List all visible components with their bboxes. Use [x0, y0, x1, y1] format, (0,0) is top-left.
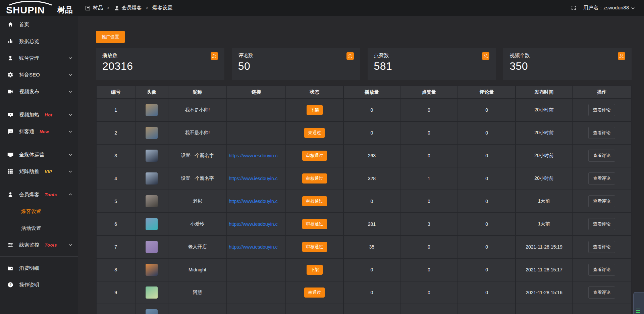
sidebar-item-操作说明[interactable]: ?操作说明 — [0, 276, 78, 293]
view-comments-button[interactable]: 查看评论 — [588, 172, 615, 185]
video-link[interactable]: https://www.iesdouyin.c — [227, 221, 285, 227]
column-header: 昵称 — [168, 86, 227, 99]
table-header-row: 编号头像昵称链接状态播放量点赞量评论量发布时间操作 — [96, 86, 631, 99]
cell-avatar — [135, 258, 168, 281]
cell-publish-time: 20小时前 — [516, 121, 572, 144]
stat-value: 350 — [509, 60, 625, 72]
view-comments-button[interactable]: 查看评论 — [588, 241, 615, 253]
sidebar-subitem-label: 爆客设置 — [21, 208, 41, 215]
cell-nickname: 老人开店 — [168, 235, 227, 258]
video-link[interactable]: https://www.iesdouyin.c — [227, 199, 285, 204]
breadcrumb-label: 树品 — [93, 5, 103, 11]
video-link[interactable]: https://www.iesdouyin.c — [227, 153, 285, 158]
view-comments-button[interactable]: 查看评论 — [588, 264, 615, 276]
promo-settings-button[interactable]: 推广设置 — [96, 31, 125, 43]
cell-avatar — [135, 304, 168, 314]
video-link[interactable]: https://www.iesdouyin.c — [227, 176, 285, 181]
cell-id: 3 — [96, 144, 135, 167]
table-row: 1我不是小帅!下架00020小时前查看评论 — [96, 99, 631, 121]
cell-action: 查看评论 — [572, 235, 631, 258]
sidebar-subitem-活动设置[interactable]: 活动设置 — [0, 220, 78, 237]
column-header: 编号 — [96, 86, 135, 99]
cell-status: 审核通过 — [286, 167, 343, 190]
sidebar-item-矩阵助推[interactable]: 矩阵助推VIP — [0, 163, 78, 180]
cell-publish-time: 2021-11-28 15:16 — [516, 281, 572, 304]
cell-likes: 0 — [400, 258, 458, 281]
sidebar-item-抖音SEO[interactable]: 抖音SEO — [0, 66, 78, 83]
sidebar-item-视频发布[interactable]: 视频发布 — [0, 83, 78, 100]
sidebar-item-数据总览[interactable]: 数据总览 — [0, 33, 78, 50]
sidebar-item-抖客通[interactable]: 抖客通New — [0, 123, 78, 140]
cell-comments: 0 — [458, 99, 516, 121]
status-badge: 下架 — [307, 105, 323, 115]
sidebar-subitem-爆客设置[interactable]: 爆客设置 — [0, 203, 78, 220]
chevron-down-icon — [68, 72, 73, 77]
topbar: SHUPIN 树品 树品>会员爆客>爆客设置 用户名：zswodun88 — [0, 0, 644, 16]
cell-id — [96, 304, 135, 314]
cell-action: 查看评论 — [572, 281, 631, 304]
fullscreen-icon[interactable] — [571, 5, 577, 11]
sidebar-item-label: 抖音SEO — [19, 72, 40, 78]
breadcrumb-item[interactable]: 爆客设置 — [152, 5, 172, 11]
sidebar-item-线索监控[interactable]: 线索监控Tools — [0, 237, 78, 253]
heat-icon — [7, 112, 14, 118]
sidebar-item-label: 视频发布 — [19, 89, 39, 95]
floating-widget[interactable] — [633, 292, 644, 314]
cell-id: 5 — [96, 190, 135, 213]
cell-plays: 328 — [343, 167, 400, 190]
cell-action — [572, 304, 631, 314]
sidebar-item-tag: Tools — [45, 192, 57, 197]
column-header: 头像 — [135, 86, 168, 99]
avatar — [146, 218, 158, 230]
table-head: 编号头像昵称链接状态播放量点赞量评论量发布时间操作 — [96, 86, 631, 99]
table-row: 4设置一个新名字https://www.iesdouyin.c审核通过32810… — [96, 167, 631, 190]
breadcrumb-item[interactable]: 会员爆客 — [114, 5, 142, 11]
sidebar-item-label: 首页 — [19, 21, 29, 28]
user-menu[interactable]: 用户名：zswodun88 — [583, 5, 635, 11]
cell-plays: 0 — [343, 99, 400, 121]
sidebar-item-账号管理[interactable]: 账号管理 — [0, 50, 78, 66]
cell-action: 查看评论 — [572, 258, 631, 281]
sidebar-item-首页[interactable]: 首页 — [0, 16, 78, 33]
view-comments-button[interactable]: 查看评论 — [588, 218, 615, 230]
sidebar-item-label: 账号管理 — [19, 55, 39, 61]
sidebar-item-消费明细[interactable]: 消费明细 — [0, 260, 78, 276]
home-icon — [7, 21, 14, 28]
cell-avatar — [135, 235, 168, 258]
cell-plays: 0 — [343, 190, 400, 213]
sidebar-item-全媒体运营[interactable]: 全媒体运营 — [0, 146, 78, 163]
view-comments-button[interactable]: 查看评论 — [588, 195, 615, 207]
sidebar-item-label: 抖客通 — [19, 128, 34, 135]
total-badge: 总 — [211, 52, 218, 60]
cell-nickname: 小爱玲 — [168, 213, 227, 235]
status-badge: 未通过 — [304, 287, 325, 298]
cell-nickname: 我不是小帅! — [168, 121, 227, 144]
username-label: 用户名：zswodun88 — [583, 5, 629, 11]
wallet-icon — [7, 265, 14, 271]
avatar — [146, 150, 158, 162]
view-comments-button[interactable]: 查看评论 — [588, 127, 615, 139]
cell-likes: 0 — [400, 121, 458, 144]
status-badge: 审核通过 — [302, 151, 327, 161]
stat-card-head: 评论数总 — [238, 52, 354, 60]
cell-action: 查看评论 — [572, 144, 631, 167]
sidebar-item-视频加热[interactable]: 视频加热Hot — [0, 106, 78, 123]
view-comments-button[interactable]: 查看评论 — [588, 104, 615, 116]
sidebar: 首页数据总览账号管理抖音SEO视频发布视频加热Hot抖客通New全媒体运营矩阵助… — [0, 16, 78, 314]
video-link[interactable]: https://www.iesdouyin.c — [227, 244, 285, 250]
sidebar-item-会员爆客[interactable]: 会员爆客Tools — [0, 186, 78, 203]
breadcrumb-item[interactable]: 树品 — [85, 5, 103, 11]
cell-avatar — [135, 144, 168, 167]
floating-widget-bars — [636, 308, 640, 314]
cell-comments: 0 — [458, 121, 516, 144]
cell-status: 未通过 — [286, 121, 343, 144]
avatar — [146, 286, 158, 299]
sidebar-divider — [0, 143, 78, 143]
cell-status — [286, 304, 343, 314]
cell-avatar — [135, 121, 168, 144]
cell-plays: 281 — [343, 213, 400, 235]
view-comments-button[interactable]: 查看评论 — [588, 286, 615, 299]
user-icon — [7, 55, 14, 61]
view-comments-button[interactable]: 查看评论 — [588, 150, 615, 162]
brand-logo-en: SHUPIN — [6, 5, 45, 15]
